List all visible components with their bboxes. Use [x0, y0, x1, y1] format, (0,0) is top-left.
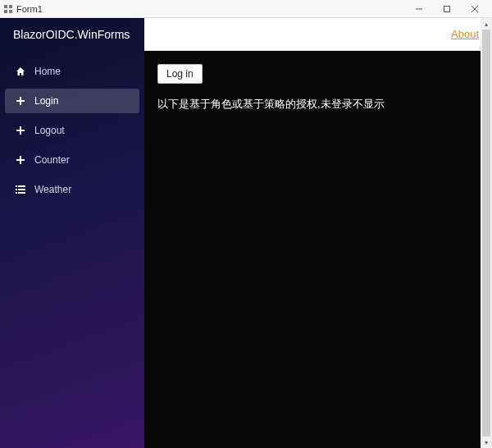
brand-label: BlazorOIDC.WinForms [0, 18, 144, 51]
minimize-button[interactable] [405, 1, 433, 17]
svg-rect-1 [9, 5, 12, 8]
svg-rect-2 [4, 10, 7, 13]
sidebar-item-logout[interactable]: Logout [5, 118, 139, 143]
sidebar-item-label: Counter [34, 154, 70, 166]
maximize-button[interactable] [433, 1, 461, 17]
sidebar-item-counter[interactable]: Counter [5, 148, 139, 172]
main: About Log in 以下是基于角色或基于策略的授权,未登录不显示 [144, 18, 492, 448]
scrollbar-track[interactable] [481, 30, 492, 437]
svg-rect-9 [16, 100, 25, 102]
svg-rect-5 [444, 6, 450, 11]
plus-icon [15, 154, 26, 166]
window-titlebar: Form1 [0, 0, 492, 18]
auth-note: 以下是基于角色或基于策略的授权,未登录不显示 [157, 97, 479, 112]
scrollbar-thumb[interactable] [482, 30, 490, 437]
home-icon [15, 66, 26, 77]
svg-rect-17 [18, 189, 25, 190]
svg-rect-14 [16, 185, 17, 187]
svg-rect-18 [16, 192, 17, 194]
sidebar-item-label: Login [34, 95, 58, 107]
window-title: Form1 [16, 4, 405, 14]
svg-rect-0 [4, 5, 7, 8]
svg-rect-3 [9, 10, 12, 13]
vertical-scrollbar[interactable]: ▴ ▾ [481, 18, 492, 448]
scroll-down-icon[interactable]: ▾ [481, 437, 492, 448]
scroll-up-icon[interactable]: ▴ [481, 18, 492, 30]
topbar: About [144, 18, 492, 51]
svg-rect-19 [18, 192, 25, 194]
list-icon [15, 184, 26, 195]
content: Log in 以下是基于角色或基于策略的授权,未登录不显示 [144, 51, 492, 448]
svg-rect-11 [16, 130, 25, 131]
plus-icon [15, 95, 26, 107]
sidebar-item-label: Weather [34, 184, 71, 195]
sidebar-item-weather[interactable]: Weather [5, 177, 139, 202]
nav: Home Login Logout [0, 51, 144, 202]
svg-rect-13 [16, 159, 25, 161]
sidebar-item-login[interactable]: Login [5, 89, 139, 113]
sidebar-item-label: Home [34, 66, 61, 77]
sidebar: BlazorOIDC.WinForms Home Login [0, 18, 144, 448]
about-link[interactable]: About [451, 28, 479, 40]
svg-rect-15 [18, 185, 25, 187]
app-icon [3, 4, 13, 14]
window-controls [405, 1, 489, 17]
login-button[interactable]: Log in [157, 64, 203, 84]
sidebar-item-home[interactable]: Home [5, 59, 139, 84]
sidebar-item-label: Logout [34, 125, 65, 136]
svg-rect-16 [16, 189, 17, 190]
plus-icon [15, 125, 26, 136]
close-button[interactable] [461, 1, 489, 17]
